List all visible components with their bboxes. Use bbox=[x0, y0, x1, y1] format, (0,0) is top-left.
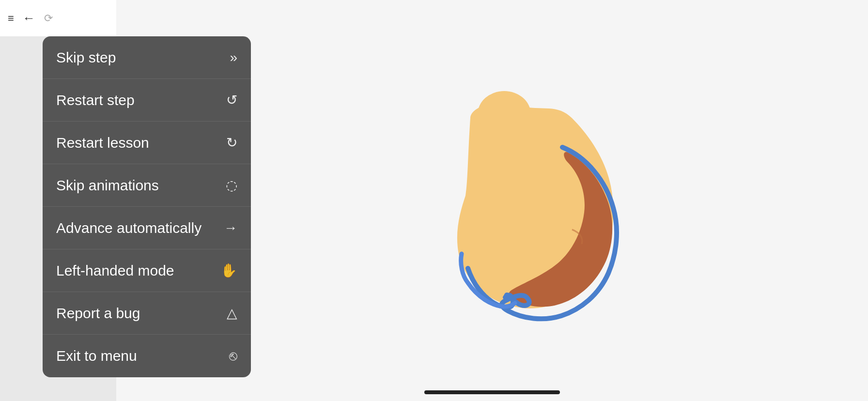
menu-item-exit-to-menu[interactable]: Exit to menu ⎋ bbox=[43, 335, 251, 377]
illustration-area bbox=[232, 39, 805, 372]
back-icon[interactable]: ← bbox=[23, 11, 35, 26]
restart-lesson-icon: ↻ bbox=[226, 135, 237, 151]
menu-item-advance-automatically[interactable]: Advance automatically → bbox=[43, 207, 251, 249]
svg-point-0 bbox=[478, 91, 531, 138]
report-bug-label: Report a bug bbox=[56, 305, 140, 322]
skip-animations-icon: ◌ bbox=[226, 177, 237, 193]
skip-step-icon: » bbox=[230, 50, 237, 65]
skip-animations-label: Skip animations bbox=[56, 177, 159, 194]
hamburger-icon[interactable]: ≡ bbox=[8, 12, 14, 25]
skip-step-label: Skip step bbox=[56, 49, 116, 66]
menu-item-skip-animations[interactable]: Skip animations ◌ bbox=[43, 164, 251, 207]
menu-item-restart-step[interactable]: Restart step ↺ bbox=[43, 79, 251, 122]
restart-lesson-label: Restart lesson bbox=[56, 135, 149, 151]
report-bug-icon: △ bbox=[227, 305, 237, 321]
menu-item-skip-step[interactable]: Skip step » bbox=[43, 36, 251, 79]
menu-item-report-bug[interactable]: Report a bug △ bbox=[43, 292, 251, 335]
bottom-indicator bbox=[424, 390, 560, 394]
exit-to-menu-label: Exit to menu bbox=[56, 348, 137, 364]
advance-automatically-icon: → bbox=[224, 220, 237, 236]
left-handed-mode-icon: ✋ bbox=[220, 262, 237, 278]
advance-automatically-label: Advance automatically bbox=[56, 220, 202, 236]
exit-to-menu-icon: ⎋ bbox=[229, 348, 237, 364]
illustration-svg bbox=[393, 79, 645, 331]
restart-step-label: Restart step bbox=[56, 92, 135, 108]
menu-item-left-handed-mode[interactable]: Left-handed mode ✋ bbox=[43, 249, 251, 292]
forward-icon[interactable]: ⟳ bbox=[44, 12, 53, 25]
dropdown-menu: Skip step » Restart step ↺ Restart lesso… bbox=[43, 36, 251, 377]
left-handed-mode-label: Left-handed mode bbox=[56, 262, 174, 279]
restart-step-icon: ↺ bbox=[226, 92, 237, 108]
header-bar: ≡ ← ⟳ bbox=[0, 0, 116, 36]
menu-item-restart-lesson[interactable]: Restart lesson ↻ bbox=[43, 122, 251, 164]
